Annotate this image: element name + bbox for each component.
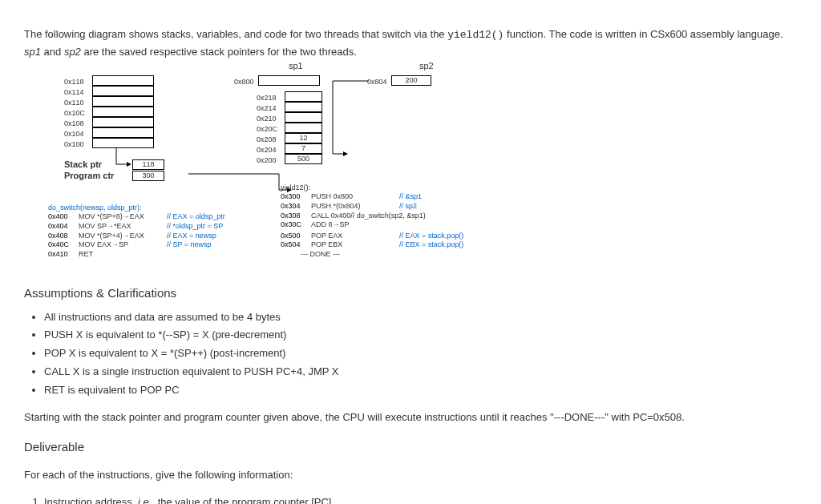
sp1-label: sp1 [289, 59, 303, 74]
mid-cell [285, 112, 322, 123]
program-ctr-label: Program ctr [64, 169, 114, 183]
assumptions-heading: Assumptions & Clarifications [24, 284, 797, 303]
intro-code: yield12() [447, 29, 504, 41]
code-row: 0x404MOV SP→*EAX// *oldsp_ptr = SP [48, 222, 257, 232]
do-switch-code: do_switch(newsp, oldsp_ptr): 0x400MOV *(… [48, 204, 257, 260]
program-ctr-box: 300 [132, 171, 164, 181]
sp2-box: 200 [391, 75, 431, 86]
code-row: 0x408MOV *(SP+4)→EAX// EAX = newsp [48, 232, 257, 241]
intro-text-a: The following diagram shows stacks, vari… [24, 28, 447, 40]
mid-cell: 12 [285, 133, 322, 143]
mid-cell [285, 102, 322, 112]
code-row: 0x500POP EAX// EAX = stack.pop() [281, 232, 489, 241]
assumptions-list: All instructions and data are assumed to… [24, 309, 797, 399]
left-cell [92, 127, 154, 138]
left-cell [92, 107, 154, 117]
deliverable-item: Instruction address, i.e., the value of … [44, 494, 797, 504]
intro-paragraph: The following diagram shows stacks, vari… [24, 26, 797, 61]
assumption-item: POP X is equivalent to X = *(SP++) (post… [44, 345, 797, 362]
left-cell [92, 96, 154, 107]
left-addr: 0x100 [64, 139, 84, 150]
sp1-box [258, 75, 320, 86]
intro-text-c: and [41, 46, 64, 58]
sp2-addr: 0x804 [367, 76, 387, 87]
code-row: 0x304PUSH *(0x804)// sp2 [281, 202, 489, 212]
intro-text-b: function. The code is written in CSx600 … [504, 28, 783, 40]
mid-cell [285, 91, 322, 102]
yield12-code: yield12(): 0x300PUSH 0x800// &sp10x304PU… [281, 183, 489, 230]
deliverable-heading: Deliverable [24, 437, 797, 457]
mid-addr: 0x200 [257, 155, 277, 166]
deliverable-intro: For each of the instructions, give the f… [24, 467, 797, 484]
stack-ptr-box: 118 [132, 159, 164, 170]
do-switch-sig: do_switch(newsp, oldsp_ptr): [48, 204, 257, 213]
assumption-item: All instructions and data are assumed to… [44, 309, 797, 326]
code-row: 0x504POP EBX// EBX = stack.pop() [281, 240, 489, 250]
code-row: 0x300PUSH 0x800// &sp1 [281, 192, 489, 202]
left-cell [92, 138, 154, 148]
deliverable-list: Instruction address, i.e., the value of … [24, 494, 797, 504]
yield12-sig: yield12(): [281, 183, 489, 193]
pops-code: 0x500POP EAX// EAX = stack.pop()0x504POP… [281, 232, 489, 260]
mid-cell [285, 123, 322, 133]
left-cell [92, 117, 154, 127]
intro-sp1: sp1 [24, 46, 41, 58]
assumption-item: CALL X is a single instruction equivalen… [44, 364, 797, 381]
code-row: 0x308CALL 0x400// do_switch(sp2, &sp1) [281, 212, 489, 221]
mid-cell: 7 [285, 143, 322, 154]
left-cell [92, 86, 154, 96]
mid-cell: 500 [285, 154, 322, 164]
svg-marker-3 [127, 162, 131, 167]
diagram: sp1 sp2 0x800 0x804 200 0x1180x1140x1100… [48, 71, 770, 272]
assumption-item: PUSH X is equivalent to *(--SP) = X (pre… [44, 327, 797, 344]
code-row: 0x410RET [48, 250, 257, 260]
svg-marker-7 [343, 151, 348, 156]
code-row: 0x400MOV *(SP+8)→EAX// EAX = oldsp_ptr [48, 212, 257, 222]
starting-text: Starting with the stack pointer and prog… [24, 409, 797, 426]
left-cell [92, 75, 154, 86]
intro-sp2: sp2 [64, 46, 81, 58]
assumption-item: RET is equivalent to POP PC [44, 382, 797, 399]
code-row: 0x30CADD 8→SP [281, 220, 489, 230]
done-marker: --- DONE --- [301, 250, 489, 260]
sp1-addr: 0x800 [234, 76, 254, 87]
sp2-label: sp2 [419, 59, 434, 74]
code-row: 0x40CMOV EAX→SP// SP = newsp [48, 240, 257, 250]
intro-text-d: are the saved respective stack pointers … [81, 46, 357, 58]
